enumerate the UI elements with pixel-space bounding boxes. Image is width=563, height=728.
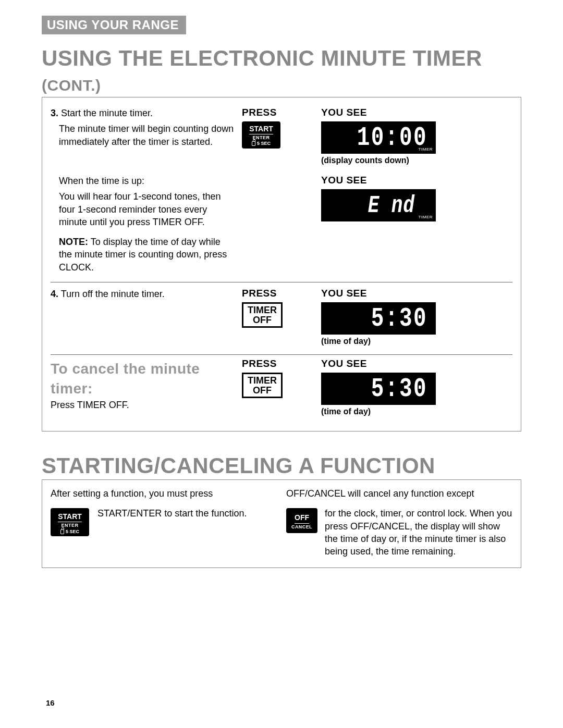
lcd-value-end: E nd: [368, 192, 415, 219]
press-label: PRESS: [242, 107, 315, 118]
start-button-2-l2: ENTER: [51, 523, 89, 528]
timer-off-button-2[interactable]: TIMER OFF: [242, 373, 283, 398]
start-button-l2: ENTER: [242, 135, 280, 140]
start-button-2-l3: 5 SEC: [51, 529, 89, 534]
when-up-title: When the time is up:: [51, 175, 236, 187]
step-3-number: 3.: [51, 108, 58, 118]
step-4-see-col: YOU SEE 5:30 (time of day): [321, 288, 512, 346]
off-cancel-button[interactable]: OFF CANCEL: [286, 508, 317, 533]
you-see-label-3: YOU SEE: [321, 288, 512, 299]
divider-2: [51, 354, 512, 355]
start-button-l1: START: [249, 125, 273, 134]
lcd-display-countdown: 10:00 TIMER: [321, 121, 436, 154]
section-tab: USING YOUR RANGE: [42, 16, 186, 34]
press-label-3: PRESS: [242, 358, 315, 369]
step-4-title: Turn off the minute timer.: [61, 289, 165, 299]
step-4-row: 4. Turn off the minute timer. PRESS TIME…: [51, 283, 512, 351]
lcd-caption-time1: (time of day): [321, 337, 512, 346]
start-button-l3: 5 SEC: [242, 141, 280, 146]
timer-off-2-l2: OFF: [243, 386, 281, 396]
panel2-right: OFF/CANCEL will cancel any function exce…: [286, 487, 512, 558]
lcd-tag: TIMER: [419, 147, 433, 152]
step-3-desc: The minute timer will begin counting dow…: [51, 122, 236, 148]
step-3-instructions: 3. Start the minute timer. The minute ti…: [51, 107, 236, 148]
lcd-tag-end: TIMER: [419, 215, 433, 219]
you-see-label-2: YOU SEE: [321, 175, 512, 186]
panel2-left-rest: START/ENTER to start the function.: [97, 507, 247, 520]
lcd-caption-time2: (time of day): [321, 407, 512, 416]
you-see-label-4: YOU SEE: [321, 358, 512, 369]
start-button-2-l1: START: [58, 513, 82, 522]
panel-minute-timer: 3. Start the minute timer. The minute ti…: [42, 97, 521, 431]
lcd-display-time2: 5:30: [321, 373, 436, 405]
step-4-press-col: PRESS TIMER OFF: [242, 288, 315, 328]
heading-start-cancel: STARTING/CANCELING A FUNCTION: [42, 453, 521, 478]
panel2-right-intro: OFF/CANCEL will cancel any function exce…: [286, 487, 474, 500]
heading-minute-timer: USING THE ELECTRONIC MINUTE TIMER (CONT.…: [42, 46, 521, 96]
timer-off-l2: OFF: [243, 315, 281, 325]
page-number: 16: [46, 698, 55, 707]
lcd-display-end: E nd TIMER: [321, 189, 436, 221]
press-label-2: PRESS: [242, 288, 315, 299]
heading-sub: (CONT.): [42, 77, 101, 94]
cancel-text: Press TIMER OFF.: [51, 399, 236, 411]
lock-icon: [252, 141, 255, 146]
cancel-see-col: YOU SEE 5:30 (time of day): [321, 358, 512, 416]
start-button-2[interactable]: START ENTER 5 SEC: [51, 508, 89, 536]
cancel-press-col: PRESS TIMER OFF: [242, 358, 315, 398]
step-3b-see-col: YOU SEE E nd TIMER: [321, 175, 512, 221]
step-3-see-col: YOU SEE 10:00 TIMER (display counts down…: [321, 107, 512, 165]
note-label: NOTE:: [59, 237, 88, 247]
panel2-left: After setting a function, you must press…: [51, 487, 277, 558]
step-4-number: 4.: [51, 289, 58, 299]
step-3b-instructions: When the time is up: You will hear four …: [51, 175, 236, 274]
lcd-caption: (display counts down): [321, 156, 512, 165]
panel2-left-intro: After setting a function, you must press: [51, 487, 213, 500]
when-up-desc: You will hear four 1-second tones, then …: [51, 190, 236, 228]
timer-off-l1: TIMER: [243, 305, 281, 315]
timer-off-button[interactable]: TIMER OFF: [242, 302, 283, 328]
timer-off-2-l1: TIMER: [243, 376, 281, 386]
step-3-row: 3. Start the minute timer. The minute ti…: [51, 103, 512, 170]
lcd-display-time1: 5:30: [321, 302, 436, 335]
start-button[interactable]: START ENTER 5 SEC: [242, 121, 280, 149]
panel2-right-rest: for the clock, timer, or control lock. W…: [325, 507, 512, 558]
off-cancel-l2: CANCEL: [286, 525, 317, 530]
lcd-value-time1: 5:30: [371, 303, 427, 334]
lcd-value: 10:00: [357, 122, 427, 153]
cancel-heading: To cancel the minute timer:: [51, 359, 236, 399]
start-button-l3-text: 5 SEC: [257, 141, 271, 146]
step-3b-row: When the time is up: You will hear four …: [51, 170, 512, 279]
lock-icon-2: [60, 529, 64, 534]
cancel-instructions: To cancel the minute timer: Press TIMER …: [51, 358, 236, 411]
you-see-label: YOU SEE: [321, 107, 512, 118]
lcd-value-time2: 5:30: [371, 373, 427, 404]
cancel-row: To cancel the minute timer: Press TIMER …: [51, 356, 512, 422]
step-3-press-col: PRESS START ENTER 5 SEC: [242, 107, 315, 149]
off-cancel-l1: OFF: [295, 514, 309, 523]
panel-start-cancel: After setting a function, you must press…: [42, 479, 521, 567]
step-4-instructions: 4. Turn off the minute timer.: [51, 288, 236, 300]
divider: [51, 282, 512, 282]
start-button-2-l3-text: 5 SEC: [66, 529, 79, 534]
heading-main: USING THE ELECTRONIC MINUTE TIMER: [42, 46, 482, 70]
step-3-title: Start the minute timer.: [61, 108, 153, 118]
